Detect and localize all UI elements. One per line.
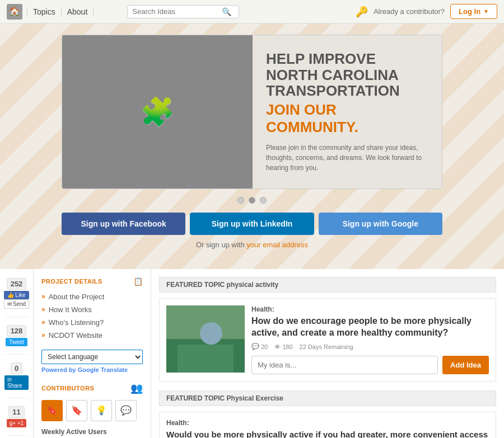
hero-image: 🧩 (62, 35, 253, 189)
add-idea-button[interactable]: Add Idea (442, 356, 489, 374)
svg-point-2 (200, 322, 222, 345)
topic2-body: Health: Would you be more physically act… (160, 412, 496, 438)
topic-image-placeholder-1 (166, 305, 245, 373)
linkedin-section: 0 in Share (4, 362, 29, 390)
social-sidebar: 252 👍 Like ✉ Send 128 Tweet 0 in Share 1 (0, 269, 34, 438)
project-details-header: PROJECT DETAILS 📋 (41, 277, 143, 286)
contributors-icon: 👥 (130, 382, 143, 394)
chevron-icon-3: » (41, 318, 45, 326)
idea-input[interactable] (251, 356, 438, 374)
svg-rect-3 (178, 345, 234, 373)
topic2-category: Health: (166, 419, 489, 427)
contributor-text: Already a contributor? (374, 7, 445, 16)
project-sidebar: PROJECT DETAILS 📋 » About the Project » … (34, 269, 151, 438)
hero-title: HELP IMPROVE NORTH CAROLINA TRANSPORTATI… (266, 51, 428, 99)
gplus-section: 11 g+ +1 (7, 406, 27, 427)
weekly-active-label: Weekly Active Users (41, 428, 143, 436)
signup-facebook-button[interactable]: Sign up with Facebook (62, 213, 185, 235)
login-button[interactable]: Log In ▼ (450, 4, 497, 19)
divider-2 (4, 354, 29, 355)
hero-card: 🧩 HELP IMPROVE NORTH CAROLINA TRANSPORTA… (62, 35, 442, 189)
divider-4 (4, 435, 29, 436)
project-details-title: PROJECT DETAILS (41, 278, 102, 285)
featured-topic-bar-2: FEATURED TOPIC Physical Exercise (159, 390, 496, 406)
chevron-icon-2: » (41, 305, 45, 313)
main-nav: Topics About (27, 7, 94, 16)
divider-3 (4, 398, 29, 398)
share-count: 0 (11, 362, 22, 374)
fb-like-button[interactable]: 👍 Like (4, 291, 29, 299)
search-input[interactable] (132, 7, 222, 16)
topic-body-1: Health: How do we encourage people to be… (160, 299, 496, 382)
puzzle-icon: 🧩 (140, 96, 175, 128)
topic-right-1: Health: How do we encourage people to be… (251, 305, 489, 375)
contrib-tab-idea[interactable]: 💡 (91, 400, 112, 421)
contributors-title: CONTRIBUTORS (41, 385, 94, 392)
search-icon: 🔍 (222, 7, 231, 16)
carousel-dots (237, 197, 267, 204)
login-arrow: ▼ (483, 8, 489, 15)
share-button[interactable]: in Share (4, 375, 29, 390)
topic-card-1: Health: How do we encourage people to be… (159, 298, 496, 382)
email-signup-link[interactable]: your email address (246, 241, 308, 249)
dot-2[interactable] (249, 197, 255, 204)
views-count: 👁 180 (274, 343, 292, 350)
days-remaining: 22 Days Remaining (300, 343, 353, 350)
hero-join: JOIN OUR COMMUNITY. (266, 101, 428, 136)
contrib-tab-comment[interactable]: 💬 (115, 400, 137, 421)
details-icon: 📋 (133, 277, 143, 286)
signup-row: Sign up with Facebook Sign up with Linke… (62, 213, 442, 235)
powered-by: Powered by Google Translate (41, 366, 143, 373)
search-box: 🔍 (127, 5, 239, 18)
dot-3[interactable] (260, 197, 267, 204)
contributors-header: CONTRIBUTORS 👥 (41, 382, 143, 394)
topic-meta-1: 💬 20 👁 180 22 Days Remaining (251, 343, 489, 350)
hero-text: HELP IMPROVE NORTH CAROLINA TRANSPORTATI… (253, 35, 442, 189)
about-project-link[interactable]: » About the Project (41, 293, 143, 301)
ncdot-website-link[interactable]: » NCDOT Website (41, 331, 143, 340)
fb-send-button[interactable]: ✉ Send (4, 299, 29, 309)
contrib-tab-bookmark2[interactable]: 🔖 (66, 400, 87, 421)
dot-1[interactable] (237, 197, 244, 204)
hero-section: 🧩 HELP IMPROVE NORTH CAROLINA TRANSPORTA… (0, 23, 504, 269)
main-content: 252 👍 Like ✉ Send 128 Tweet 0 in Share 1 (0, 269, 504, 438)
signup-linkedin-button[interactable]: Sign up with LinkedIn (190, 213, 314, 235)
signup-google-button[interactable]: Sign up with Google (319, 213, 442, 235)
contrib-tab-bookmark[interactable]: 🔖 (41, 400, 63, 421)
like-count: 252 (7, 278, 27, 290)
topic-category-1: Health: (251, 305, 489, 313)
tweet-button[interactable]: Tweet (6, 338, 27, 346)
idea-input-row: Add Idea (251, 356, 489, 374)
twitter-section: 128 Tweet (6, 325, 27, 346)
topic-question-1: How do we encourage people to be more ph… (251, 315, 489, 339)
tweet-count: 128 (7, 325, 27, 337)
language-select[interactable]: Select Language (41, 350, 143, 364)
contributor-icon: 🔑 (356, 6, 368, 18)
header-right: 🔑 Already a contributor? Log In ▼ (356, 4, 497, 19)
divider-1 (4, 317, 29, 317)
email-signup: Or sign up with your email address (196, 241, 308, 249)
votes-count: 💬 20 (251, 343, 268, 350)
nav-topics[interactable]: Topics (27, 7, 62, 16)
featured-topic-bar-1: FEATURED TOPIC physical activity (159, 277, 496, 293)
header: 🏠 Topics About 🔍 🔑 Already a contributor… (0, 0, 504, 23)
topic-image-1 (166, 305, 245, 373)
chevron-icon-1: » (41, 293, 45, 300)
main-feed: FEATURED TOPIC physical activity (151, 269, 504, 438)
gplus-count: 11 (8, 406, 24, 418)
facebook-like-section: 252 👍 Like ✉ Send (4, 278, 29, 309)
topic2-question: Would you be more physically active if y… (166, 429, 489, 438)
whos-listening-link[interactable]: » Who's Listening? (41, 318, 143, 327)
contributor-tabs: 🔖 🔖 💡 💬 (41, 400, 143, 421)
how-it-works-link[interactable]: » How It Works (41, 305, 143, 314)
hero-description: Please join in the community and share y… (266, 143, 428, 173)
home-icon[interactable]: 🏠 (7, 4, 22, 20)
topic-card-2: Health: Would you be more physically act… (159, 412, 496, 438)
nav-about[interactable]: About (62, 7, 94, 16)
gplus-button[interactable]: g+ +1 (7, 419, 27, 427)
chevron-icon-4: » (41, 331, 45, 339)
